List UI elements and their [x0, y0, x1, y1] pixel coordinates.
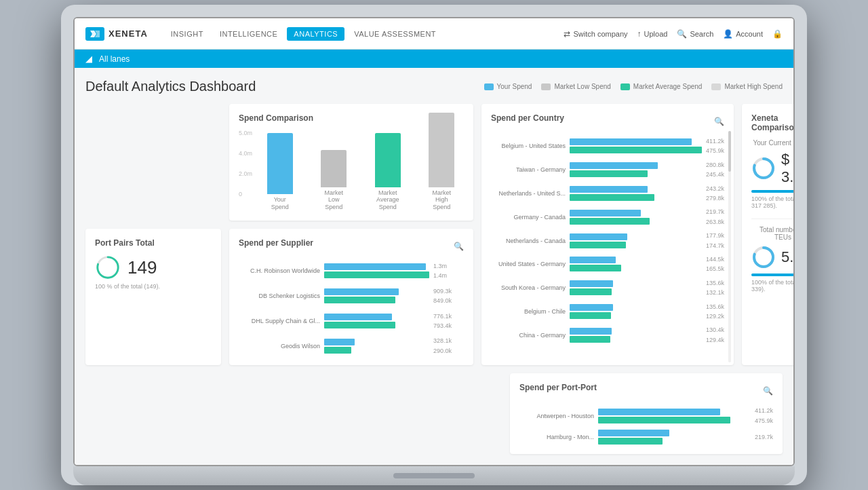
scrollbar-track [728, 131, 731, 362]
supplier-row: Geodis Wilson 328.1k290.0k [239, 336, 464, 356]
supplier-name: DHL Supply Chain & Gl... [239, 318, 320, 324]
country-bars [570, 233, 702, 248]
bar-label-market-high: MarketHighSpend [432, 189, 451, 211]
country-bar-avg [570, 336, 610, 343]
nav-links: INSIGHT INTELLIGENCE ANALYTICS VALUE ASS… [164, 27, 564, 41]
current-spend-value-row: $ 3.3m [751, 151, 795, 186]
current-spend-bar-container [751, 190, 795, 193]
country-name: Netherlands - United S... [491, 190, 566, 197]
country-bar-spend [570, 162, 658, 169]
country-bar-avg [570, 147, 702, 153]
teu-label: Total number of TEUs [751, 226, 795, 241]
country-card-title: Spend per Country [491, 113, 564, 123]
legend-dot-market-low [541, 83, 551, 90]
y-label-5m: 5.0m [239, 130, 252, 136]
legend-dot-market-avg [620, 83, 630, 90]
dashboard: Default Analytics Dashboard Your Spend M… [75, 68, 793, 465]
country-bar-spend [570, 186, 648, 193]
nav-analytics[interactable]: ANALYTICS [287, 27, 344, 41]
bar-label-your-spend: YourSpend [271, 196, 289, 211]
filter-bar: ◢ All lanes [75, 50, 793, 68]
xeneta-logo-icon [85, 27, 104, 41]
search-label: Search [690, 30, 713, 38]
country-search-icon[interactable]: 🔍 [714, 117, 724, 126]
legend-market-low: Market Low Spend [541, 83, 610, 90]
country-vals: 177.9k174.7k [706, 231, 724, 250]
country-bar-avg [570, 288, 612, 295]
country-name: Taiwan - Germany [491, 166, 566, 173]
y-label-4m: 4.0m [239, 150, 252, 157]
supplier-list: C.H. Robinson Worldwide 1.3m1.4m DB Sche… [239, 261, 464, 356]
legend-label-market-high: Market High Spend [724, 83, 783, 90]
port-port-bars [598, 409, 751, 423]
nav-insight[interactable]: INSIGHT [164, 27, 210, 41]
current-spend-label: Your Current Spend [751, 139, 795, 147]
port-port-vals: 411.2k475.9k [755, 406, 773, 426]
country-name: China - Germany [491, 332, 566, 339]
supplier-bar-avg [324, 297, 395, 303]
laptop-frame: XENETA INSIGHT INTELLIGENCE ANALYTICS VA… [61, 5, 807, 485]
port-pairs-value: 149 [127, 257, 157, 278]
dashboard-header: Default Analytics Dashboard Your Spend M… [85, 79, 783, 94]
spend-comparison-card: Spend Comparison 5.0m 4.0m 2.0m 0 YourSp… [229, 104, 473, 221]
country-bars [570, 210, 702, 225]
y-labels: 5.0m 4.0m 2.0m 0 [239, 130, 252, 197]
supplier-search-icon[interactable]: 🔍 [454, 242, 464, 251]
nav-logo[interactable]: XENETA [85, 27, 148, 41]
spend-per-country-card: Spend per Country 🔍 Belgium - United Sta… [481, 104, 734, 365]
scrollbar-thumb[interactable] [728, 131, 731, 172]
country-bar-spend [570, 304, 613, 311]
page-title: Default Analytics Dashboard [85, 79, 471, 94]
country-row: Belgium - Chile 135.6k129.2k [491, 302, 724, 322]
lock-icon: 🔒 [772, 29, 783, 39]
y-label-0: 0 [239, 191, 252, 197]
country-bar-spend [570, 233, 627, 240]
switch-company-action[interactable]: ⇄ Switch company [564, 29, 627, 39]
filter-icon: ◢ [85, 54, 92, 64]
country-bars [570, 257, 702, 271]
account-action[interactable]: 👤 Account [723, 29, 763, 39]
country-name: South Korea - Germany [491, 284, 566, 291]
legend-market-avg: Market Average Spend [620, 83, 703, 90]
spend-comparison-chart: 5.0m 4.0m 2.0m 0 YourSpend [239, 130, 464, 211]
port-port-card-header: Spend per Port-Port 🔍 [519, 383, 773, 399]
supplier-row: C.H. Robinson Worldwide 1.3m1.4m [239, 261, 464, 281]
xeneta-comparison-title: Xeneta Comparison [751, 113, 795, 132]
upload-action[interactable]: ↑ Upload [637, 29, 668, 39]
teu-bar [751, 274, 795, 276]
teu-value: 5.3k [781, 248, 795, 266]
supplier-name: Geodis Wilson [239, 343, 320, 350]
nav-actions: ⇄ Switch company ↑ Upload 🔍 Search 👤 Acc… [564, 29, 783, 39]
bar-your-spend: YourSpend [258, 133, 302, 211]
country-name: Belgium - Chile [491, 308, 566, 315]
country-bar-avg [570, 312, 611, 319]
country-bars [570, 328, 702, 343]
laptop-screen: XENETA INSIGHT INTELLIGENCE ANALYTICS VA… [73, 17, 795, 466]
country-vals: 135.6k129.2k [706, 302, 724, 322]
country-vals: 280.8k245.4k [706, 160, 724, 180]
nav-intelligence[interactable]: INTELLIGENCE [213, 27, 284, 41]
supplier-bars [324, 263, 429, 278]
country-bars [570, 304, 702, 319]
current-spend-bar [751, 190, 795, 193]
supplier-card-title: Spend per Supplier [239, 238, 313, 248]
country-vals: 130.4k129.4k [706, 325, 724, 345]
filter-label[interactable]: All lanes [99, 54, 130, 64]
supplier-name: C.H. Robinson Worldwide [239, 267, 320, 274]
port-pairs-title: Port Pairs Total [95, 238, 212, 248]
supplier-bar-spend [324, 339, 355, 345]
lock-action[interactable]: 🔒 [772, 29, 783, 39]
switch-company-label: Switch company [573, 30, 627, 38]
xeneta-comparison-card: Xeneta Comparison Your Current Spend $ 3… [742, 104, 795, 365]
search-action[interactable]: 🔍 Search [677, 29, 713, 39]
country-bar-spend [570, 210, 641, 216]
port-pairs-ring [95, 255, 121, 280]
port-port-vals: 219.7k [755, 432, 773, 442]
country-bar-avg [570, 218, 650, 225]
port-port-search-icon[interactable]: 🔍 [763, 386, 773, 396]
bar-label-market-low: MarketLowSpend [324, 189, 343, 211]
spend-per-port-card: Spend per Port-Port 🔍 Antwerpen - Housto… [510, 373, 783, 454]
nav-value-assessment[interactable]: VALUE ASSESSMENT [347, 27, 443, 41]
supplier-row: DHL Supply Chain & Gl... 776.1k793.4k [239, 312, 464, 331]
country-row: South Korea - Germany 135.6k132.1k [491, 278, 724, 298]
